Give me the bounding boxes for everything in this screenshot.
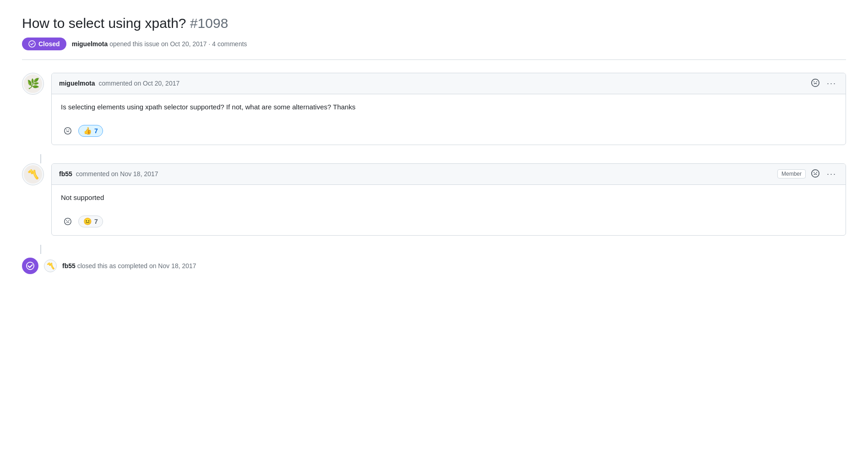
comment-text: Not supported [61,192,836,203]
comment-header-left: miguelmota commented on Oct 20, 2017 [59,80,179,87]
comment-thread: 🌿 miguelmota commented on Oct 20, 2017 ·… [22,73,846,278]
add-reaction-button[interactable] [810,78,820,89]
comment-author[interactable]: fb55 [59,170,72,178]
comments-count: 4 comments [212,40,247,48]
reactions-row: 👍 7 [52,120,846,145]
meta-text: miguelmota opened this issue on Oct 20, … [72,40,247,48]
title-text: How to select using xpath? [22,16,186,31]
close-event-avatar: 〽️ [44,259,57,272]
comment-author[interactable]: miguelmota [59,80,95,87]
reaction-add-button[interactable] [61,215,75,228]
reaction-add-button[interactable] [61,124,75,137]
comment-header: miguelmota commented on Oct 20, 2017 ··· [52,73,846,94]
reaction-count: 7 [94,218,98,225]
check-circle-icon [28,40,36,48]
reactions-row: 😐 7 [52,210,846,235]
comment-header-right: Member ··· [777,168,838,180]
opened-text: opened this issue on Oct 20, 2017 [109,40,206,48]
comment-header-right: ··· [810,78,838,89]
avatar: 〽️ [22,163,44,185]
close-event-row: 〽️ fb55 closed this as completed on Nov … [22,254,846,278]
comment-text: Is selecting elements using xpath select… [61,102,836,113]
close-author[interactable]: fb55 [62,262,76,270]
comment-date: commented on Nov 18, 2017 [76,170,158,178]
status-label: Closed [38,40,60,48]
reaction-emoji: 😐 [83,217,92,226]
comment-header: fb55 commented on Nov 18, 2017 Member ··… [52,164,846,185]
section-divider [22,59,846,60]
comment-date: commented on Oct 20, 2017 [99,80,180,87]
reaction-thumbsup[interactable]: 👍 7 [78,125,103,137]
page-title: How to select using xpath? #1098 [22,15,846,32]
more-options-button[interactable]: ··· [825,78,838,88]
avatar: 🌿 [22,73,44,95]
reaction-neutral[interactable]: 😐 7 [78,216,103,227]
more-options-button[interactable]: ··· [825,169,838,179]
reaction-emoji: 👍 [83,127,92,135]
comment-row: 〽️ fb55 commented on Nov 18, 2017 Member… [22,163,846,236]
close-event-text: fb55 closed this as completed on Nov 18,… [62,262,196,270]
close-completed-icon [22,258,38,274]
comment-body: Is selecting elements using xpath select… [52,94,846,120]
comment-body: Not supported [52,185,846,210]
timeline-spacer [40,245,846,254]
add-reaction-button[interactable] [810,168,820,180]
comment-row: 🌿 miguelmota commented on Oct 20, 2017 ·… [22,73,846,145]
reaction-count: 7 [94,127,98,135]
member-badge: Member [777,169,806,178]
comment-box: miguelmota commented on Oct 20, 2017 ···… [51,73,846,145]
timeline-spacer [40,154,846,163]
close-text: closed this as completed on Nov 18, 2017 [77,262,196,270]
comment-header-left: fb55 commented on Nov 18, 2017 [59,170,158,178]
issue-meta: Closed miguelmota opened this issue on O… [22,38,846,50]
comment-box: fb55 commented on Nov 18, 2017 Member ··… [51,163,846,236]
closed-badge[interactable]: Closed [22,38,66,50]
author-name: miguelmota [72,40,108,48]
svg-text:〽️: 〽️ [27,169,39,180]
svg-text:🌿: 🌿 [27,77,40,90]
issue-number: #1098 [190,16,228,31]
